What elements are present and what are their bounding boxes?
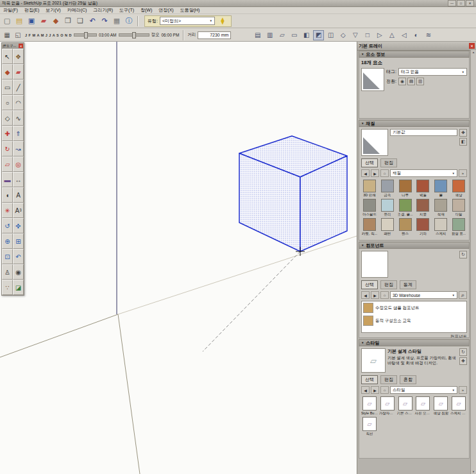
material-item[interactable]: 지붕: [415, 199, 432, 217]
paint-bucket-icon[interactable]: ◆: [50, 15, 62, 27]
style-item[interactable]: ▱ 가장자리...: [379, 396, 396, 416]
material-item-thumbnail[interactable]: [381, 180, 394, 192]
eraser-tool[interactable]: ▰: [13, 64, 24, 80]
menu-item[interactable]: 창(W): [137, 7, 155, 13]
update-style-icon[interactable]: ↻: [459, 348, 467, 356]
style-item-thumbnail[interactable]: ▱: [362, 417, 377, 431]
orbit-tool[interactable]: ↺: [2, 218, 13, 233]
forward-arrow-icon[interactable]: ▶: [371, 386, 379, 394]
copy-icon[interactable]: ❐: [62, 15, 74, 27]
home-icon[interactable]: ⌂: [380, 386, 389, 394]
material-item-thumbnail[interactable]: [416, 199, 429, 212]
material-item-thumbnail[interactable]: [399, 180, 412, 192]
scroll-down-icon[interactable]: ▼: [472, 470, 475, 473]
home-icon[interactable]: ⌂: [380, 291, 389, 299]
material-item-thumbnail[interactable]: [363, 180, 376, 192]
details-icon[interactable]: »: [459, 169, 467, 177]
styles-tab[interactable]: 혼합: [400, 375, 416, 384]
forward-arrow-icon[interactable]: ▶: [371, 169, 379, 177]
style-item-thumbnail[interactable]: ▱: [452, 396, 466, 411]
material-item-thumbnail[interactable]: [416, 218, 429, 231]
offset-tool[interactable]: ◎: [13, 157, 24, 172]
material-item-thumbnail[interactable]: [363, 218, 376, 231]
palette-close-button[interactable]: ✕: [19, 44, 23, 48]
component-list-item[interactable]: 동적 구성요소 교육: [363, 316, 465, 326]
materials-tab[interactable]: 편집: [380, 158, 397, 167]
material-item-thumbnail[interactable]: [363, 199, 376, 212]
colors-icon[interactable]: ▦: [111, 15, 123, 27]
rectangle-tool[interactable]: ▭: [2, 80, 13, 95]
menu-item[interactable]: 편집(E): [21, 7, 42, 13]
maximize-button[interactable]: □: [457, 0, 465, 6]
tray-close-button[interactable]: ✕: [469, 43, 475, 49]
material-item-thumbnail[interactable]: [381, 199, 394, 212]
hidden-line-mode-icon[interactable]: ▭: [289, 30, 300, 40]
style-item[interactable]: ▱ 스케치 같...: [450, 396, 467, 416]
scale-tool[interactable]: ▱: [2, 157, 13, 172]
material-name-field[interactable]: 기본값: [390, 129, 457, 136]
material-item-thumbnail[interactable]: [452, 218, 465, 231]
time-slider-knob[interactable]: [132, 32, 136, 38]
material-item-thumbnail[interactable]: [399, 218, 412, 231]
shadow-toggle-icon[interactable]: ◱: [13, 30, 23, 40]
back-arrow-icon[interactable]: ◀: [361, 169, 370, 177]
back-view-icon[interactable]: △: [386, 30, 397, 40]
receive-shadows-icon[interactable]: ▤: [407, 78, 415, 85]
material-item-thumbnail[interactable]: [434, 199, 447, 212]
section-plane-tool[interactable]: ◪: [13, 280, 24, 295]
material-item[interactable]: 석재: [432, 199, 449, 217]
back-arrow-icon[interactable]: ◀: [361, 386, 370, 394]
style-preview[interactable]: ▱: [361, 348, 386, 373]
shadow-settings-icon[interactable]: ▦: [2, 30, 12, 40]
material-item[interactable]: 아스팔트: [361, 199, 378, 217]
circle-tool[interactable]: ○: [2, 95, 13, 110]
position-camera-tool[interactable]: ♙: [2, 264, 13, 280]
iso-view-icon[interactable]: ◇: [337, 30, 348, 40]
styles-tab[interactable]: 선택: [361, 375, 378, 384]
material-item-thumbnail[interactable]: [381, 218, 394, 231]
material-preview[interactable]: [361, 129, 388, 156]
scroll-up-icon[interactable]: ▲: [472, 51, 475, 54]
redo-icon[interactable]: ↷: [99, 15, 110, 27]
shaded-mode-icon[interactable]: ◧: [301, 30, 312, 40]
component-thumbnail[interactable]: [363, 316, 373, 326]
style-item-thumbnail[interactable]: ▱: [416, 396, 430, 411]
material-item[interactable]: 금속: [379, 180, 396, 198]
material-item[interactable]: 스케치: [432, 218, 449, 236]
material-item[interactable]: 기와: [415, 218, 432, 236]
materials-collection-dropdown[interactable]: 재질 ▼: [390, 169, 457, 177]
material-item[interactable]: 나무: [397, 180, 414, 198]
material-item-thumbnail[interactable]: [452, 199, 465, 212]
material-item-thumbnail[interactable]: [452, 180, 465, 192]
move-tool[interactable]: ✚: [2, 126, 13, 141]
time-slider[interactable]: [119, 33, 149, 37]
view-options-icon[interactable]: ↻: [459, 251, 467, 258]
line-tool[interactable]: ╱: [13, 80, 24, 95]
details-icon[interactable]: »: [459, 386, 467, 394]
material-item[interactable]: 패턴: [379, 218, 396, 236]
left-view-icon[interactable]: ◁: [398, 30, 409, 40]
fog-toggle-icon[interactable]: ≋: [423, 30, 434, 40]
make-component-tool[interactable]: ❖: [13, 49, 24, 64]
open-folder-icon[interactable]: ▤: [13, 15, 25, 27]
menu-item[interactable]: 그리기(R): [90, 7, 116, 13]
style-item[interactable]: ▱ 사진 모델...: [415, 396, 432, 416]
visibility-eye-icon[interactable]: ◉: [398, 78, 406, 85]
look-around-tool[interactable]: ◉: [13, 264, 24, 280]
material-item[interactable]: 조경, 울...: [397, 199, 414, 217]
minimize-button[interactable]: —: [448, 0, 456, 6]
zoom-extents-tool[interactable]: ⊡: [2, 249, 13, 264]
styles-collection-dropdown[interactable]: 스타일 ▼: [390, 386, 457, 394]
style-item-thumbnail[interactable]: ▱: [362, 396, 377, 411]
x-ray-mode-icon[interactable]: ▤: [252, 30, 263, 40]
component-list-item[interactable]: 수정모드 샘플 컴포넌트: [363, 303, 465, 313]
components-collection-dropdown[interactable]: 3D Warehouse ▼: [390, 291, 457, 299]
select-tool[interactable]: ↖: [2, 49, 13, 64]
date-slider-knob[interactable]: [84, 32, 88, 38]
save-file-icon[interactable]: ▣: [26, 15, 37, 27]
components-header[interactable]: ▼ 컴포넌트: [359, 242, 470, 249]
top-view-icon[interactable]: ▽: [350, 30, 361, 40]
material-item-thumbnail[interactable]: [416, 180, 429, 192]
style-item[interactable]: ▱ 색상 집합: [432, 396, 449, 416]
menu-item[interactable]: 도움말(H): [177, 7, 203, 13]
